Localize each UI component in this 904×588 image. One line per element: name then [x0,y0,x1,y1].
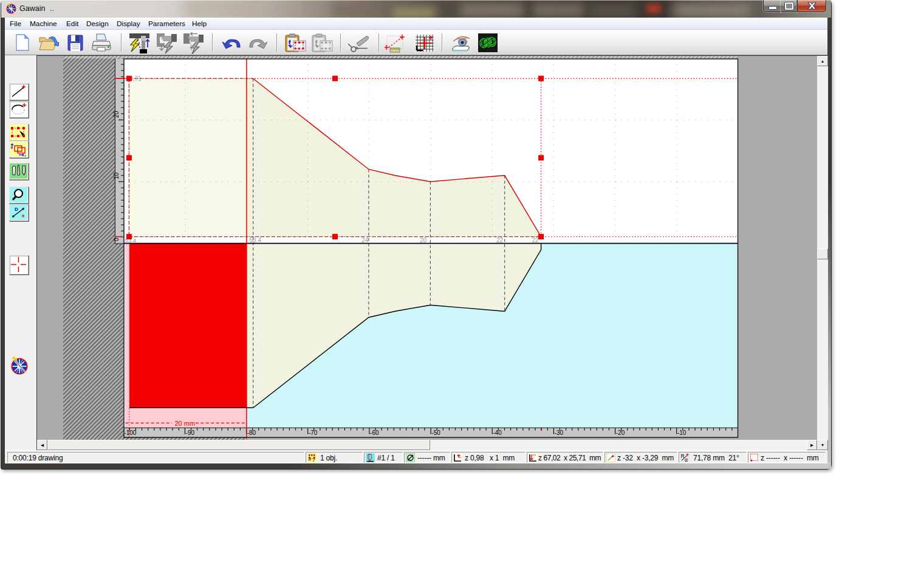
svg-text:-50: -50 [431,429,440,436]
svg-text:53,4: 53,4 [250,237,262,244]
svg-text:#: # [309,456,312,462]
svg-text:10: 10 [114,173,120,180]
svg-text:x: x [24,154,26,157]
svg-text:0: 0 [114,238,120,241]
svg-text:20: 20 [420,237,427,244]
svg-text:22: 22 [532,237,539,244]
svg-text:24: 24 [361,237,369,244]
svg-text:-100: -100 [124,429,136,436]
svg-text:?: ? [312,457,315,462]
svg-text:-30: -30 [555,429,564,436]
svg-text:-80: -80 [247,429,256,436]
svg-text:y: y [10,145,12,149]
svg-text:-70: -70 [309,429,318,436]
svg-text:D: D [15,207,18,212]
svg-text:20 mm: 20 mm [175,420,196,427]
svg-text:-90: -90 [186,429,195,436]
svg-text:20: 20 [114,111,120,118]
svg-text:-40: -40 [493,429,502,436]
svg-text:-10: -10 [677,429,687,436]
svg-text:-60: -60 [370,429,379,436]
svg-text:22: 22 [496,237,504,244]
svg-text:α: α [685,457,688,462]
svg-text:-20: -20 [616,429,625,436]
